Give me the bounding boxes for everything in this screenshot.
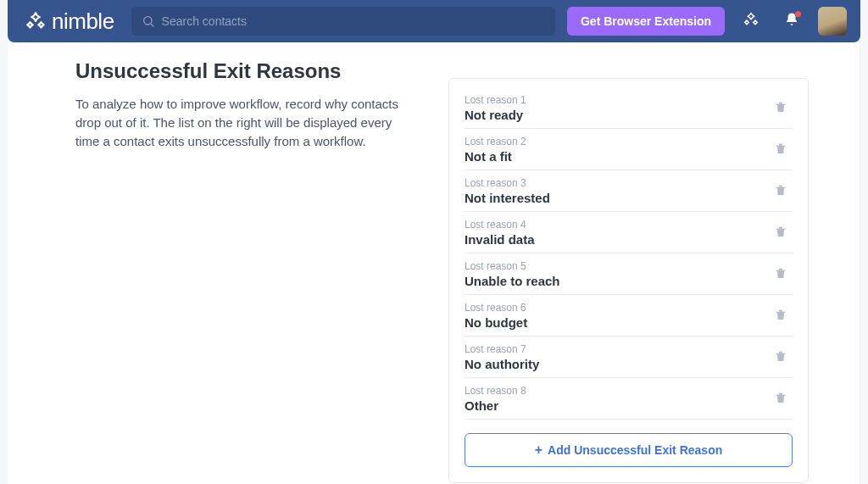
reason-row: Lost reason 6No budget xyxy=(465,295,793,337)
trash-icon xyxy=(774,225,787,242)
page-title: Unsuccessful Exit Reasons xyxy=(75,59,415,83)
brand[interactable]: nimble xyxy=(25,8,114,35)
delete-reason-button[interactable] xyxy=(769,180,793,203)
plus-icon: + xyxy=(535,443,542,457)
reason-info: Lost reason 6No budget xyxy=(465,302,760,330)
trash-icon xyxy=(774,391,787,408)
add-reason-label: Add Unsuccessful Exit Reason xyxy=(548,443,722,457)
reason-label: Lost reason 6 xyxy=(465,302,760,314)
reason-row: Lost reason 4Invalid data xyxy=(465,212,793,253)
delete-reason-button[interactable] xyxy=(769,221,793,245)
reason-value: Unable to reach xyxy=(465,274,760,288)
reason-row: Lost reason 8Other xyxy=(465,378,793,420)
reason-info: Lost reason 4Invalid data xyxy=(465,219,760,247)
reason-label: Lost reason 3 xyxy=(465,177,760,189)
trash-icon xyxy=(774,266,787,283)
apps-icon-button[interactable] xyxy=(737,7,765,36)
reason-row: Lost reason 5Unable to reach xyxy=(465,253,793,295)
search-box[interactable] xyxy=(131,7,555,36)
trash-icon xyxy=(774,142,787,159)
reason-value: Invalid data xyxy=(465,232,760,247)
reason-info: Lost reason 1Not ready xyxy=(465,94,760,122)
brand-text: nimble xyxy=(52,8,114,35)
left-column: Unsuccessful Exit Reasons To analyze how… xyxy=(75,59,415,483)
trash-icon xyxy=(774,100,787,117)
right-column: Lost reason 1Not readyLost reason 2Not a… xyxy=(448,59,809,483)
reason-row: Lost reason 7No authority xyxy=(465,337,793,378)
avatar[interactable] xyxy=(818,7,847,36)
reason-label: Lost reason 2 xyxy=(465,136,760,147)
reason-label: Lost reason 5 xyxy=(465,260,760,272)
reason-info: Lost reason 5Unable to reach xyxy=(465,260,760,288)
notification-dot-icon xyxy=(795,11,801,17)
reason-label: Lost reason 7 xyxy=(465,343,760,355)
reasons-card: Lost reason 1Not readyLost reason 2Not a… xyxy=(448,78,809,483)
page-description: To analyze how to improve workflow, reco… xyxy=(75,95,415,150)
reason-label: Lost reason 4 xyxy=(465,219,760,231)
search-icon xyxy=(142,14,155,28)
reason-value: Not interested xyxy=(465,191,760,205)
reasons-list: Lost reason 1Not readyLost reason 2Not a… xyxy=(465,87,793,420)
delete-reason-button[interactable] xyxy=(769,346,793,370)
reason-value: Not ready xyxy=(465,108,760,122)
get-browser-extension-button[interactable]: Get Browser Extension xyxy=(567,7,725,36)
trash-icon xyxy=(774,183,787,200)
reason-label: Lost reason 8 xyxy=(465,385,760,397)
reason-info: Lost reason 3Not interested xyxy=(465,177,760,205)
svg-line-1 xyxy=(151,24,153,26)
delete-reason-button[interactable] xyxy=(769,304,793,328)
notifications-button[interactable] xyxy=(777,7,806,36)
delete-reason-button[interactable] xyxy=(769,263,793,287)
top-navbar: nimble Get Browser Extension xyxy=(8,0,860,42)
reason-value: Not a fit xyxy=(465,149,760,164)
reason-value: No budget xyxy=(465,315,760,330)
search-input[interactable] xyxy=(162,14,545,28)
reason-info: Lost reason 7No authority xyxy=(465,343,760,371)
reason-value: Other xyxy=(465,398,760,413)
reason-info: Lost reason 8Other xyxy=(465,385,760,413)
page-content: Unsuccessful Exit Reasons To analyze how… xyxy=(8,42,860,484)
reason-label: Lost reason 1 xyxy=(465,94,760,106)
delete-reason-button[interactable] xyxy=(769,97,793,120)
reason-row: Lost reason 1Not ready xyxy=(465,87,793,129)
reason-info: Lost reason 2Not a fit xyxy=(465,136,760,164)
nimble-logo-icon xyxy=(25,10,47,32)
svg-point-0 xyxy=(143,17,151,25)
reason-row: Lost reason 3Not interested xyxy=(465,170,793,212)
trash-icon xyxy=(774,349,787,366)
reason-row: Lost reason 2Not a fit xyxy=(465,129,793,170)
reason-value: No authority xyxy=(465,357,760,371)
add-reason-button[interactable]: + Add Unsuccessful Exit Reason xyxy=(465,433,793,467)
delete-reason-button[interactable] xyxy=(769,138,793,162)
trash-icon xyxy=(774,308,787,325)
sparkle-icon xyxy=(743,11,760,31)
delete-reason-button[interactable] xyxy=(769,387,793,411)
